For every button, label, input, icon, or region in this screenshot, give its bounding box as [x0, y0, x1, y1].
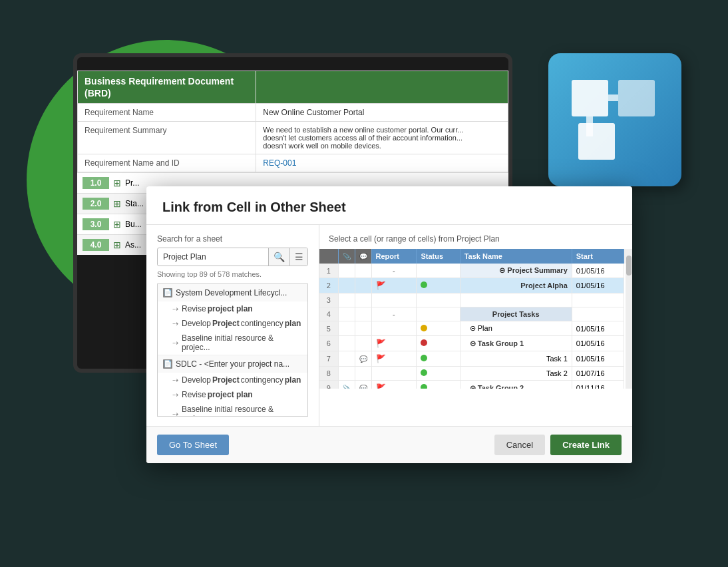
- section-label-2: Sta...: [125, 199, 144, 208]
- dialog-left-panel: Search for a sheet 🔍 ☰ Showing top 89 of…: [146, 225, 319, 426]
- table-row[interactable]: 3: [319, 293, 632, 307]
- search-clear-button[interactable]: ☰: [289, 248, 308, 266]
- table-row[interactable]: 2 🚩 Project Alpha 01/05/16: [319, 278, 632, 293]
- row-comment: [355, 336, 371, 351]
- create-link-button[interactable]: Create Link: [550, 435, 622, 455]
- logo-background: [548, 53, 681, 186]
- sheet-subitem-2-1[interactable]: ⇢ Develop Project contingency plan: [158, 373, 307, 387]
- row-comment: [355, 278, 371, 293]
- row-status: [417, 381, 460, 389]
- table-row[interactable]: 5 ⊝ Plan 01/05/16: [319, 321, 632, 336]
- flag-icon: 🚩: [376, 354, 386, 363]
- col-header-attach: 📎: [338, 249, 355, 264]
- section-label-4: As...: [125, 240, 141, 250]
- matches-text: Showing top 89 of 578 matches.: [157, 270, 308, 278]
- expand-icon-3: ⊞: [113, 219, 121, 230]
- row-status: [417, 264, 460, 278]
- sheet-group-header-2[interactable]: 📄 SDLC - <Enter your project na...: [158, 355, 307, 373]
- row-comment: [355, 307, 371, 321]
- row-attach: [338, 307, 355, 321]
- dialog-footer: Go To Sheet Cancel Create Link: [146, 426, 632, 463]
- row-status: [417, 351, 460, 367]
- table-row[interactable]: 1 - ⊝ Project Summary 01/05/16: [319, 264, 632, 278]
- row-comment: 💬: [355, 351, 371, 367]
- req-id-value[interactable]: REQ-001: [256, 154, 508, 172]
- section-num-3: 3.0: [83, 218, 109, 230]
- link-icon: ⇢: [172, 391, 178, 399]
- sheet-group-2: 📄 SDLC - <Enter your project na... ⇢ Dev…: [158, 355, 307, 417]
- row-task: Project Tasks: [460, 307, 572, 321]
- sheet-subitem-1-2[interactable]: ⇢ Develop Project contingency plan: [158, 316, 307, 331]
- row-status: [417, 321, 460, 336]
- row-status: [417, 307, 460, 321]
- flag-icon: 🚩: [376, 339, 386, 348]
- row-report: -: [371, 264, 417, 278]
- footer-right-buttons: Cancel Create Link: [494, 435, 622, 455]
- link-icon: ⇢: [172, 339, 178, 347]
- sheet-subitem-1-3[interactable]: ⇢ Baseline initial resource & projec...: [158, 331, 307, 355]
- row-attach: [338, 321, 355, 336]
- row-start: 01/07/16: [572, 367, 624, 381]
- row-num: 5: [319, 321, 338, 336]
- col-header-report: Report: [371, 249, 417, 264]
- svg-rect-4: [578, 123, 615, 160]
- row-num: 7: [319, 351, 338, 367]
- row-report: 🚩: [371, 381, 417, 389]
- sheet-list[interactable]: 📄 System Development Lifecycl... ⇢ Revis…: [157, 284, 308, 417]
- sheet-group-header-1[interactable]: 📄 System Development Lifecycl...: [158, 284, 307, 301]
- sheet-subitem-1-1[interactable]: ⇢ Revise project plan: [158, 301, 307, 316]
- req-name-label: Requirement Name: [78, 104, 256, 122]
- link-icon: ⇢: [172, 305, 178, 313]
- row-num: 4: [319, 307, 338, 321]
- row-status: [417, 367, 460, 381]
- cancel-button[interactable]: Cancel: [494, 435, 545, 455]
- row-attach: [338, 293, 355, 307]
- scrollbar-thumb[interactable]: [626, 256, 632, 276]
- search-box[interactable]: 🔍 ☰: [157, 248, 308, 266]
- row-start: 01/05/16: [572, 351, 624, 367]
- row-attach: [338, 336, 355, 351]
- row-report: 🚩: [371, 351, 417, 367]
- row-num: 1: [319, 264, 338, 278]
- col-header-comment: 💬: [355, 249, 371, 264]
- search-button[interactable]: 🔍: [268, 248, 289, 266]
- link-icon: ⇢: [172, 319, 178, 328]
- row-attach: 📎: [338, 381, 355, 389]
- search-input[interactable]: [158, 249, 268, 265]
- sheet-name-1: System Development Lifecycl...: [176, 288, 287, 297]
- sheet-name-2: SDLC - <Enter your project na...: [176, 359, 289, 369]
- row-task: Project Alpha: [460, 278, 572, 293]
- right-panel-label: Select a cell (or range of cells) from P…: [319, 234, 632, 249]
- row-comment: [355, 293, 371, 307]
- row-report: 🚩: [371, 336, 417, 351]
- scrollbar-track[interactable]: [626, 249, 632, 389]
- row-start: 01/11/16: [572, 381, 624, 389]
- row-status: [417, 293, 460, 307]
- req-summary-value: We need to establish a new online custom…: [256, 122, 508, 154]
- row-attach: [338, 264, 355, 278]
- req-id-label: Requirement Name and ID: [78, 154, 256, 172]
- dialog-title: Link from Cell in Other Sheet: [146, 186, 632, 225]
- table-row[interactable]: 6 🚩 ⊝ Task Group 1 01/05/16: [319, 336, 632, 351]
- row-task: ⊝ Task Group 2: [460, 381, 572, 389]
- row-num: 8: [319, 367, 338, 381]
- sheet-icon-1: 📄: [163, 288, 172, 297]
- goto-sheet-button[interactable]: Go To Sheet: [157, 435, 229, 455]
- sheet-subitem-2-2[interactable]: ⇢ Revise project plan: [158, 387, 307, 402]
- brd-table: Business Requirement Document (BRD) Requ…: [77, 71, 508, 172]
- table-row[interactable]: 4 - Project Tasks: [319, 307, 632, 321]
- table-row[interactable]: 8 Task 2 01/07/16: [319, 367, 632, 381]
- row-report: -: [371, 307, 417, 321]
- status-dot-red: [421, 339, 427, 346]
- smartsheet-logo: [548, 53, 681, 186]
- flag-icon: 🚩: [376, 281, 386, 290]
- req-summary-label: Requirement Summary: [78, 122, 256, 154]
- table-row[interactable]: 7 💬 🚩 Task 1 01/05/16: [319, 351, 632, 367]
- mini-sheet-container: 📎 💬 Report Status Task Name Start 1: [319, 249, 632, 389]
- sheet-subitem-2-3[interactable]: ⇢ Baseline initial resource & projec...: [158, 402, 307, 417]
- dialog: Link from Cell in Other Sheet Search for…: [146, 186, 632, 463]
- table-row[interactable]: 9 📎 💬 🚩 ⊝ Task Group 2 01/11/16: [319, 381, 632, 389]
- flag-icon: 🚩: [376, 383, 386, 389]
- row-num: 6: [319, 336, 338, 351]
- row-start: 01/05/16: [572, 264, 624, 278]
